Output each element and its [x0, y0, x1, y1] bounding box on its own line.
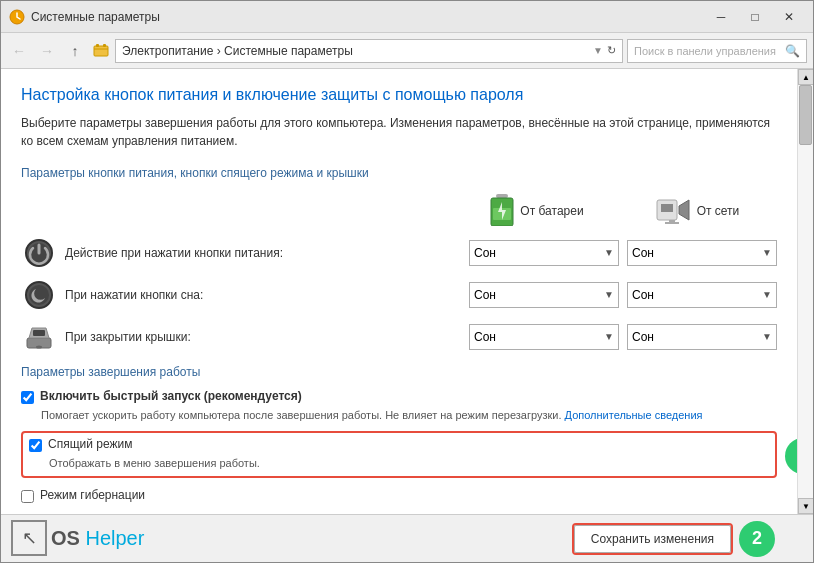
power-power-val: Сон	[632, 246, 654, 260]
power-battery-val: Сон	[474, 246, 496, 260]
power-button-controls: Сон ▼ Сон ▼	[469, 240, 777, 266]
sleep-highlight-box: Спящий режим Отображать в меню завершени…	[21, 431, 777, 477]
fast-boot-checkbox[interactable]	[21, 391, 34, 404]
lid-close-label: При закрытии крышки:	[65, 330, 469, 344]
sleep-mode-desc: Отображать в меню завершения работы.	[49, 456, 769, 471]
content-area: Настройка кнопок питания и включение защ…	[1, 69, 797, 514]
dropdown-arrow: ▼	[762, 247, 772, 258]
battery-label: От батареи	[520, 204, 583, 218]
scroll-thumb[interactable]	[799, 85, 812, 145]
lid-battery-val: Сон	[474, 330, 496, 344]
svg-point-17	[36, 345, 42, 348]
search-placeholder: Поиск в панели управления	[634, 45, 776, 57]
badge-2: 2	[739, 521, 775, 557]
sleep-button-controls: Сон ▼ Сон ▼	[469, 282, 777, 308]
sleep-power-val: Сон	[632, 288, 654, 302]
breadcrumb[interactable]: Электропитание › Системные параметры ▼ ↻	[115, 39, 623, 63]
svg-rect-2	[96, 44, 99, 47]
shutdown-section-label: Параметры завершения работы	[21, 365, 777, 379]
close-button[interactable]: ✕	[773, 7, 805, 27]
fast-boot-desc: Помогает ускорить работу компьютера посл…	[41, 408, 777, 423]
sleep-mode-row: Спящий режим	[29, 437, 769, 452]
battery-icon	[490, 194, 514, 229]
lid-close-row: При закрытии крышки: Сон ▼ Сон ▼	[21, 319, 777, 355]
scroll-down-arrow[interactable]: ▼	[798, 498, 813, 514]
maximize-button[interactable]: □	[739, 7, 771, 27]
addressbar: ← → ↑ Электропитание › Системные парамет…	[1, 33, 813, 69]
svg-rect-1	[94, 46, 108, 56]
power-power-dropdown[interactable]: Сон ▼	[627, 240, 777, 266]
badge-1: 1	[785, 438, 797, 474]
fast-boot-row: Включить быстрый запуск (рекомендуется)	[21, 389, 777, 404]
logo-text: OS Helper	[51, 527, 144, 550]
power-label: От сети	[697, 204, 740, 218]
main-window: Системные параметры ─ □ ✕ ← → ↑ Электроп…	[0, 0, 814, 563]
forward-button[interactable]: →	[35, 39, 59, 63]
sleep-button-row: При нажатии кнопки сна: Сон ▼ Сон ▼	[21, 277, 777, 313]
additional-info-link[interactable]: Дополнительные сведения	[565, 409, 703, 421]
logo-os: OS	[51, 527, 80, 549]
svg-rect-3	[103, 44, 106, 47]
dropdown-arrow: ▼	[604, 247, 614, 258]
location-icon	[91, 41, 111, 61]
logo-icon: ↖	[11, 520, 47, 556]
power-header: От сети	[617, 194, 777, 229]
dropdown-arrow: ▼	[604, 331, 614, 342]
window-icon	[9, 9, 25, 25]
sleep-battery-val: Сон	[474, 288, 496, 302]
page-subtitle: Выберите параметры завершения работы для…	[21, 114, 777, 150]
save-button-wrapper: Сохранить изменения 2	[572, 523, 733, 555]
breadcrumb-text: Электропитание › Системные параметры	[122, 44, 353, 58]
shutdown-section: Параметры завершения работы Включить быс…	[21, 365, 777, 503]
search-icon: 🔍	[785, 44, 800, 58]
sleep-battery-dropdown[interactable]: Сон ▼	[469, 282, 619, 308]
lid-power-dropdown[interactable]: Сон ▼	[627, 324, 777, 350]
sleep-mode-label: Спящий режим	[48, 437, 132, 451]
footer: ↖ OS Helper Сохранить изменения 2	[1, 514, 813, 562]
window-title: Системные параметры	[31, 10, 705, 24]
scrollbar[interactable]: ▲ ▼	[797, 69, 813, 514]
svg-rect-16	[33, 330, 45, 336]
dropdown-arrow: ▼	[762, 289, 772, 300]
battery-header: От батареи	[457, 194, 617, 229]
sleep-power-dropdown[interactable]: Сон ▼	[627, 282, 777, 308]
window-controls: ─ □ ✕	[705, 7, 805, 27]
save-button[interactable]: Сохранить изменения	[574, 525, 731, 553]
svg-rect-4	[496, 194, 508, 198]
back-button[interactable]: ←	[7, 39, 31, 63]
page-title: Настройка кнопок питания и включение защ…	[21, 85, 777, 106]
hibernate-label: Режим гибернации	[40, 488, 145, 502]
search-box[interactable]: Поиск в панели управления 🔍	[627, 39, 807, 63]
section1-label: Параметры кнопки питания, кнопки спящего…	[21, 166, 777, 184]
hibernate-checkbox[interactable]	[21, 490, 34, 503]
minimize-button[interactable]: ─	[705, 7, 737, 27]
grid-headers: От батареи От сети	[21, 194, 777, 229]
main-area: Настройка кнопок питания и включение защ…	[1, 69, 813, 514]
power-button-label: Действие при нажатии кнопки питания:	[65, 246, 469, 260]
lid-power-val: Сон	[632, 330, 654, 344]
lid-battery-dropdown[interactable]: Сон ▼	[469, 324, 619, 350]
svg-rect-10	[665, 222, 679, 224]
sleep-mode-checkbox[interactable]	[29, 439, 42, 452]
dropdown-arrow: ▼	[762, 331, 772, 342]
hibernate-row: Режим гибернации	[21, 488, 777, 503]
refresh-icon[interactable]: ↻	[607, 44, 616, 57]
power-battery-dropdown[interactable]: Сон ▼	[469, 240, 619, 266]
sleep-button-icon	[21, 277, 57, 313]
lid-close-icon	[21, 319, 57, 355]
power-button-row: Действие при нажатии кнопки питания: Сон…	[21, 235, 777, 271]
power-icon	[655, 196, 691, 227]
footer-logo: ↖ OS Helper	[11, 520, 144, 556]
lid-close-controls: Сон ▼ Сон ▼	[469, 324, 777, 350]
scroll-track	[798, 85, 813, 498]
logo-helper: Helper	[80, 527, 144, 549]
up-button[interactable]: ↑	[63, 39, 87, 63]
sleep-mode-wrapper: Спящий режим Отображать в меню завершени…	[21, 431, 777, 481]
svg-rect-8	[661, 204, 673, 212]
dropdown-arrow: ▼	[604, 289, 614, 300]
sleep-button-label: При нажатии кнопки сна:	[65, 288, 469, 302]
titlebar: Системные параметры ─ □ ✕	[1, 1, 813, 33]
scroll-up-arrow[interactable]: ▲	[798, 69, 813, 85]
power-button-icon	[21, 235, 57, 271]
fast-boot-label: Включить быстрый запуск (рекомендуется)	[40, 389, 302, 403]
